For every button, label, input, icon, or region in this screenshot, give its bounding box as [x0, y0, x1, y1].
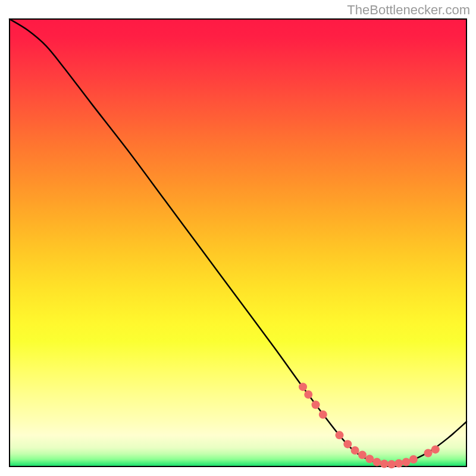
data-marker — [380, 459, 389, 468]
data-marker — [312, 400, 320, 409]
data-marker — [372, 458, 381, 466]
attribution-text: TheBottlenecker.com — [347, 2, 470, 18]
chart-canvas — [0, 0, 476, 476]
data-marker — [402, 458, 411, 466]
data-marker — [351, 446, 359, 455]
data-marker — [431, 445, 440, 453]
data-marker — [299, 383, 307, 391]
chart-root: TheBottlenecker.com — [0, 0, 476, 476]
data-marker — [319, 411, 327, 419]
data-marker — [336, 431, 344, 439]
plot-area — [10, 19, 466, 468]
data-marker — [343, 440, 352, 448]
data-marker — [394, 459, 403, 468]
data-marker — [424, 449, 432, 457]
data-marker — [304, 390, 312, 399]
data-marker — [409, 455, 418, 464]
data-marker — [387, 460, 396, 468]
data-marker — [358, 450, 367, 459]
data-marker — [365, 455, 374, 463]
